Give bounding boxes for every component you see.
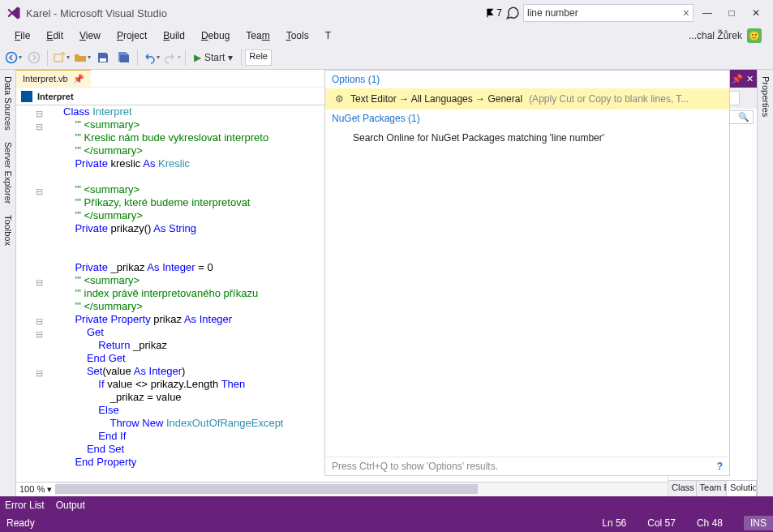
flag-count: 7 (496, 7, 502, 19)
svg-rect-2 (54, 54, 62, 62)
titlebar: Karel - Microsoft Visual Studio 7 × — □ … (0, 0, 773, 26)
search-clear-icon[interactable]: × (683, 6, 689, 19)
menu-debug[interactable]: Debug (193, 28, 238, 43)
ql-nuget-header[interactable]: NuGet Packages (1) (325, 109, 729, 127)
ql-option-item[interactable]: ⚙ Text Editor → All Languages → General … (325, 88, 729, 109)
ql-option-label: Text Editor → All Languages → General (350, 93, 522, 105)
nav-class-label: Interpret (37, 92, 74, 101)
play-icon: ▶ (194, 52, 201, 63)
tab-properties[interactable]: Properties (759, 71, 772, 122)
rp-tab-solution[interactable]: Solution E... (727, 481, 757, 496)
bottom-tabs: Error List Output (0, 496, 773, 514)
avatar: 🙂 (747, 28, 762, 43)
gear-icon: ⚙ (335, 93, 344, 105)
maximize-button[interactable]: □ (721, 4, 742, 22)
pin-icon[interactable]: 📌 (73, 74, 84, 84)
menu-test[interactable]: T (317, 28, 339, 43)
doc-tab-label: Interpret.vb (23, 74, 68, 84)
quick-launch-results: Options (1) ⚙ Text Editor → All Language… (324, 70, 730, 476)
menu-tools[interactable]: Tools (278, 28, 317, 43)
zoom-selector[interactable]: 100 % ▾ (16, 484, 56, 495)
start-debug-button[interactable]: ▶ Start ▾ (189, 48, 238, 67)
forward-button (24, 48, 44, 67)
undo-button[interactable]: ▾ (141, 48, 161, 67)
start-label: Start (204, 52, 225, 63)
right-autohide-tabs: Properties (757, 70, 773, 496)
ql-nuget-label: Search Online for NuGet Packages matchin… (353, 132, 604, 144)
app-title: Karel - Microsoft Visual Studio (26, 7, 167, 19)
close-button[interactable]: ✕ (745, 4, 767, 22)
rp-tab-classview[interactable]: Class View (668, 481, 697, 496)
rp-tab-team[interactable]: Team Expl... (697, 481, 728, 496)
ql-hint-row: Press Ctrl+Q to show 'Options' results. … (325, 457, 729, 475)
svg-rect-3 (100, 58, 106, 62)
ql-hint-text: Press Ctrl+Q to show 'Options' results. (332, 461, 498, 472)
status-ins[interactable]: INS (744, 516, 773, 530)
redo-button[interactable]: ▾ (162, 48, 182, 67)
back-button[interactable]: ▾ (3, 48, 23, 67)
status-ch: Ch 48 (697, 517, 723, 529)
minimize-button[interactable]: — (697, 4, 718, 22)
rp-tabs: Class View Team Expl... Solution E... (668, 480, 757, 496)
menu-build[interactable]: Build (155, 28, 193, 43)
menu-view[interactable]: View (71, 28, 109, 43)
menu-team[interactable]: Team (238, 28, 277, 43)
user-name: ...chal Žůrek (689, 30, 742, 41)
save-button[interactable] (93, 48, 113, 67)
document-tab[interactable]: Interpret.vb 📌 (16, 70, 91, 87)
quick-launch-input[interactable] (527, 7, 680, 19)
editor-footer: 100 % ▾ (16, 482, 668, 496)
quick-launch-search[interactable]: × (523, 4, 694, 22)
toolbar: ▾ ▾ ▾ ▾ ▾ ▶ Start ▾ Rele (0, 45, 773, 70)
vs-logo-icon (6, 6, 21, 20)
outline-gutter[interactable]: ⊟⊟ ⊟ ⊟ ⊟⊟ ⊟ (16, 105, 62, 482)
search-icon: 🔍 (738, 112, 749, 122)
config-selector[interactable]: Rele (245, 49, 272, 66)
tab-toolbox[interactable]: Toolbox (2, 210, 15, 251)
open-button[interactable]: ▾ (72, 48, 92, 67)
save-all-button[interactable] (114, 48, 134, 67)
tab-data-sources[interactable]: Data Sources (2, 71, 15, 135)
status-line: Ln 56 (602, 517, 626, 529)
feedback-icon[interactable] (505, 6, 520, 20)
menu-edit[interactable]: Edit (38, 28, 71, 43)
rp-pin-icon[interactable]: 📌 (732, 74, 743, 84)
left-autohide-tabs: Data Sources Server Explorer Toolbox (0, 70, 16, 496)
svg-point-1 (29, 52, 40, 62)
menu-project[interactable]: Project (109, 28, 155, 43)
tab-error-list[interactable]: Error List (5, 500, 45, 511)
new-project-button[interactable]: ▾ (51, 48, 71, 67)
status-bar: Ready Ln 56 Col 57 Ch 48 INS (0, 514, 773, 532)
rp-close-icon[interactable]: ✕ (746, 74, 754, 84)
tab-server-explorer[interactable]: Server Explorer (2, 137, 15, 208)
menu-file[interactable]: File (6, 28, 38, 43)
ql-option-extra: (Apply Cut or Copy to blank lines, T... (529, 93, 689, 105)
horizontal-scrollbar[interactable] (56, 483, 668, 496)
ql-help-icon[interactable]: ? (717, 461, 723, 472)
ql-nuget-item[interactable]: Search Online for NuGet Packages matchin… (325, 127, 729, 148)
user-account[interactable]: ...chal Žůrek 🙂 (684, 27, 767, 45)
menubar: File Edit View Project Build Debug Team … (0, 26, 773, 45)
ql-options-header[interactable]: Options (1) (325, 71, 729, 88)
vb-file-icon (21, 91, 32, 102)
status-ready: Ready (6, 517, 35, 529)
tab-output[interactable]: Output (56, 500, 85, 511)
status-col: Col 57 (647, 517, 676, 529)
notifications-flag[interactable]: 7 (485, 7, 502, 19)
svg-point-0 (6, 52, 16, 62)
